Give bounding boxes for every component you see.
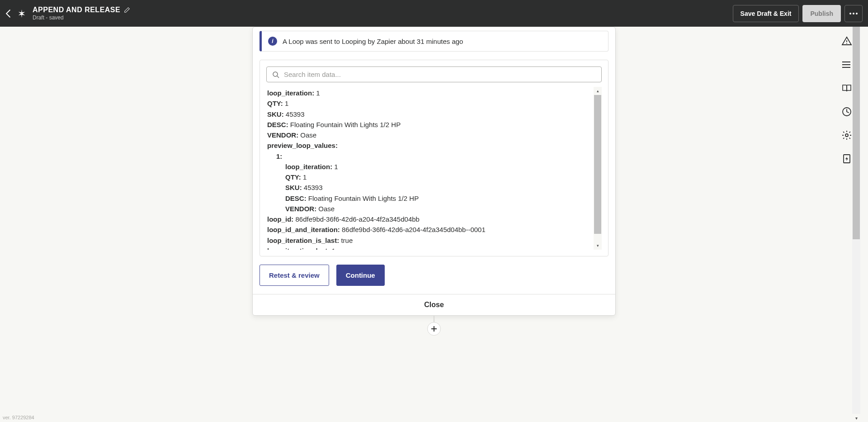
search-input[interactable] (284, 71, 596, 78)
top-header: APPEND AND RELEASE Draft - saved Save Dr… (0, 0, 868, 27)
scroll-up-icon[interactable]: ▴ (594, 87, 602, 95)
data-row: QTY: 1 (267, 98, 598, 109)
power-icon[interactable] (841, 153, 852, 164)
data-row: DESC: Floating Fountain With Lights 1/2 … (267, 119, 598, 130)
retest-button[interactable]: Retest & review (259, 265, 329, 286)
data-list: loop_iteration: 1 QTY: 1 SKU: 45393 DESC… (266, 87, 602, 250)
data-row: loop_id: 86dfe9bd-36f6-42d6-a204-4f2a345… (267, 214, 598, 224)
scroll-down-icon[interactable]: ▾ (594, 242, 602, 250)
history-icon[interactable] (841, 106, 852, 117)
svg-point-3 (273, 72, 278, 76)
editor-canvas: i A Loop was sent to Looping by Zapier a… (0, 27, 868, 422)
continue-button[interactable]: Continue (336, 265, 385, 286)
svg-point-14 (842, 67, 843, 68)
app-title: APPEND AND RELEASE (33, 6, 120, 14)
edit-title-icon[interactable] (124, 7, 130, 13)
more-menu-button[interactable] (844, 5, 863, 22)
action-buttons: Retest & review Continue (259, 265, 609, 286)
book-icon[interactable] (841, 83, 852, 94)
publish-button: Publish (802, 5, 841, 22)
data-row: loop_iteration: 1 (267, 88, 598, 98)
svg-point-2 (856, 13, 858, 14)
title-block: APPEND AND RELEASE Draft - saved (33, 6, 130, 21)
data-row: DESC: Floating Fountain With Lights 1/2 … (267, 193, 598, 204)
data-list-scrollbar[interactable]: ▴ ▾ (594, 87, 602, 250)
canvas-scrollbar[interactable]: ▴ ▾ (852, 27, 860, 422)
search-wrap[interactable] (266, 66, 602, 82)
svg-point-12 (842, 62, 843, 62)
scrollbar-thumb[interactable] (853, 27, 860, 239)
header-left: APPEND AND RELEASE Draft - saved (5, 6, 130, 21)
add-step-button[interactable] (427, 322, 441, 336)
svg-point-16 (845, 134, 848, 137)
data-row: QTY: 1 (267, 172, 598, 182)
data-row: loop_iteration_is_last: true (267, 235, 598, 246)
data-row: loop_iteration: 1 (267, 161, 598, 172)
settings-icon[interactable] (841, 130, 852, 141)
warning-icon[interactable] (841, 36, 852, 47)
data-row: SKU: 45393 (267, 109, 598, 119)
scrollbar-thumb[interactable] (594, 95, 601, 234)
data-row: VENDOR: Oase (267, 130, 598, 140)
step-panel: i A Loop was sent to Looping by Zapier a… (252, 27, 616, 316)
svg-line-4 (277, 76, 279, 78)
data-row: loop_id_and_iteration: 86dfe9bd-36f6-42d… (267, 224, 598, 235)
svg-point-8 (846, 43, 847, 44)
header-right: Save Draft & Exit Publish (733, 5, 863, 22)
scroll-down-icon[interactable]: ▾ (852, 414, 860, 422)
svg-point-13 (842, 64, 843, 65)
version-label: ver. 97229284 (3, 415, 34, 420)
data-row: loop_iteration_last: 1 (267, 246, 598, 250)
data-box: loop_iteration: 1 QTY: 1 SKU: 45393 DESC… (259, 60, 609, 256)
close-button[interactable]: Close (253, 294, 615, 315)
data-row: preview_loop_values: (267, 140, 598, 151)
search-icon (272, 71, 279, 78)
data-row: VENDOR: Oase (267, 204, 598, 214)
outline-icon[interactable] (841, 59, 852, 70)
right-rail (841, 36, 852, 164)
step-connector (434, 316, 434, 322)
draft-status: Draft - saved (33, 14, 130, 21)
svg-point-0 (849, 13, 851, 14)
data-row: 1: (267, 151, 598, 161)
data-row: SKU: 45393 (267, 182, 598, 193)
back-button[interactable] (5, 9, 11, 18)
info-banner: i A Loop was sent to Looping by Zapier a… (259, 31, 609, 52)
zapier-logo-icon (16, 8, 27, 19)
info-icon: i (268, 37, 277, 46)
save-draft-button[interactable]: Save Draft & Exit (733, 5, 799, 22)
info-banner-text: A Loop was sent to Looping by Zapier abo… (283, 38, 463, 45)
svg-point-1 (853, 13, 854, 14)
